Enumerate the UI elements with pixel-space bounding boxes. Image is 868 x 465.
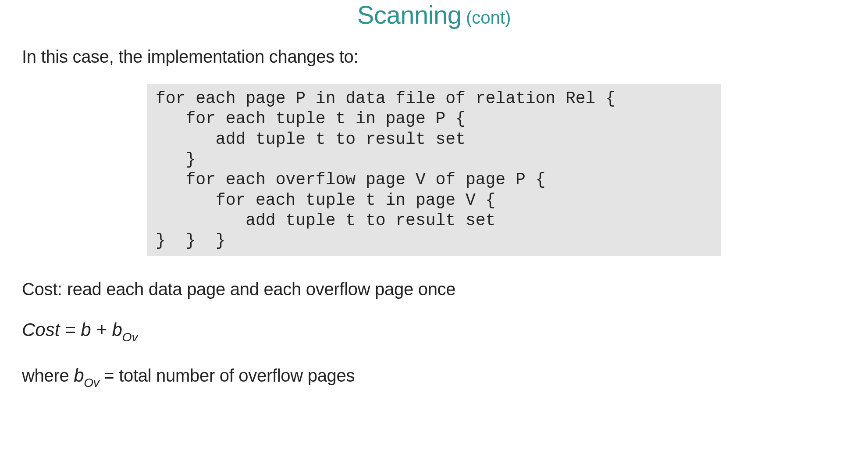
formula-bov-sub: Ov: [122, 330, 138, 344]
note-rest: = total number of overflow pages: [100, 366, 355, 385]
note-where: where: [22, 366, 74, 385]
formula-cost-label: Cost: [22, 319, 60, 340]
cost-formula: Cost = b + bOv: [22, 319, 846, 343]
formula-eq: =: [60, 319, 81, 340]
cost-note: where bOv = total number of overflow pag…: [22, 365, 846, 389]
formula-b: b: [81, 319, 91, 340]
formula-plus: +: [91, 319, 112, 340]
slide-title: Scanning (cont): [22, 2, 846, 29]
code-block-wrap: for each page P in data file of relation…: [22, 84, 846, 256]
intro-text: In this case, the implementation changes…: [22, 47, 846, 67]
note-sub: Ov: [84, 376, 99, 390]
formula-bov-b: b: [112, 319, 122, 340]
code-block: for each page P in data file of relation…: [147, 84, 721, 256]
slide-container: Scanning (cont) In this case, the implem…: [0, 0, 868, 465]
title-cont: (cont): [466, 8, 511, 27]
note-b: b: [74, 365, 84, 386]
title-main: Scanning: [357, 0, 462, 29]
cost-description: Cost: read each data page and each overf…: [22, 279, 846, 299]
